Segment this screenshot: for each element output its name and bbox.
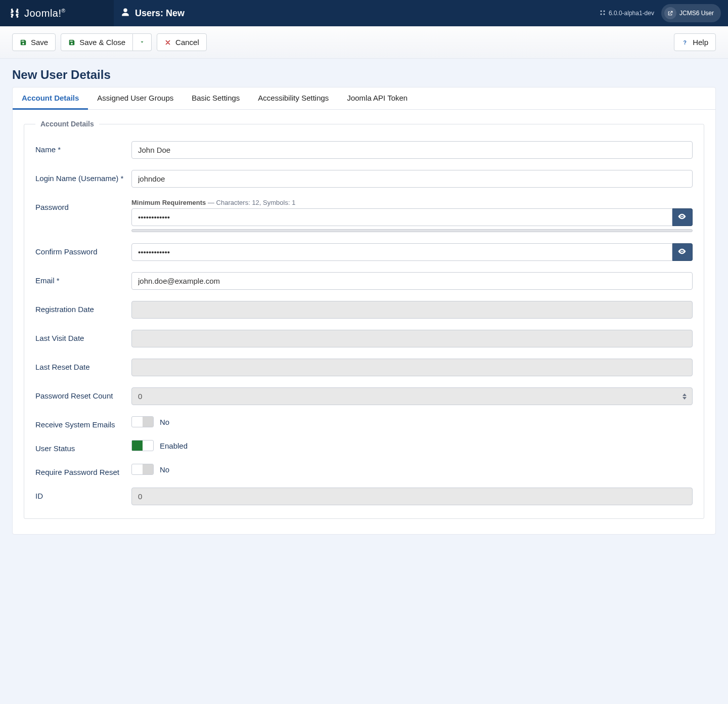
last-visit-date-input: [131, 330, 693, 347]
user-menu[interactable]: JCMS6 User: [661, 4, 721, 22]
eye-icon: [677, 247, 687, 258]
confirm-password-visibility-toggle[interactable]: [672, 243, 693, 261]
brand-text: Joomla!®: [24, 8, 65, 19]
last-reset-date-label: Last Reset Date: [35, 359, 131, 371]
tabs-panel: Account Details Assigned User Groups Bas…: [12, 87, 716, 535]
user-icon: [121, 8, 130, 19]
cancel-button[interactable]: Cancel: [157, 33, 207, 51]
tab-joomla-api-token[interactable]: Joomla API Token: [338, 87, 417, 109]
last-visit-date-label: Last Visit Date: [35, 330, 131, 342]
svg-point-3: [603, 13, 605, 15]
reset-count-input: [131, 387, 693, 405]
user-name: JCMS6 User: [679, 10, 714, 17]
confirm-password-label: Confirm Password: [35, 243, 131, 256]
svg-point-2: [600, 13, 602, 15]
id-input: [131, 488, 693, 505]
help-label: Help: [693, 38, 708, 47]
email-input[interactable]: [131, 272, 693, 290]
external-link-icon: [664, 7, 676, 19]
version-block[interactable]: 6.0.0-alpha1-dev: [600, 10, 654, 17]
top-header: Joomla!® Users: New 6.0.0-alpha1-dev JCM…: [0, 0, 728, 26]
save-close-group: Save & Close: [61, 33, 152, 51]
page-heading: New User Details: [12, 68, 716, 82]
header-right: 6.0.0-alpha1-dev JCMS6 User: [600, 4, 728, 22]
tabs-bar: Account Details Assigned User Groups Bas…: [13, 87, 715, 110]
id-label: ID: [35, 488, 131, 500]
user-status-value: Enabled: [160, 442, 188, 450]
help-icon: ?: [681, 39, 689, 46]
tab-basic-settings[interactable]: Basic Settings: [183, 87, 249, 109]
svg-text:?: ?: [684, 39, 687, 45]
save-dropdown-button[interactable]: [133, 33, 152, 51]
stepper-icon: [682, 393, 687, 400]
joomla-logo-icon: [9, 8, 20, 19]
name-label: Name *: [35, 141, 131, 154]
svg-point-1: [603, 10, 605, 12]
cancel-icon: [164, 39, 171, 46]
registration-date-label: Registration Date: [35, 301, 131, 314]
save-close-label: Save & Close: [79, 38, 125, 47]
confirm-password-input[interactable]: [131, 243, 672, 261]
cancel-label: Cancel: [175, 38, 199, 47]
version-text: 6.0.0-alpha1-dev: [609, 10, 654, 17]
tab-assigned-user-groups[interactable]: Assigned User Groups: [88, 87, 183, 109]
account-details-fieldset: Account Details Name * Login Name (Usern…: [24, 120, 704, 519]
require-reset-value: No: [160, 465, 169, 474]
user-status-toggle[interactable]: [131, 440, 154, 451]
last-reset-date-input: [131, 359, 693, 376]
content: New User Details Account Details Assigne…: [0, 59, 728, 550]
system-emails-label: Receive System Emails: [35, 416, 131, 429]
username-input[interactable]: [131, 170, 693, 188]
joomla-mini-icon: [600, 10, 606, 17]
help-button[interactable]: ? Help: [674, 33, 716, 51]
page-title-block: Users: New: [114, 8, 185, 19]
password-label: Password: [35, 199, 131, 211]
save-close-button[interactable]: Save & Close: [61, 33, 133, 51]
save-icon: [68, 39, 75, 46]
svg-point-0: [600, 10, 602, 12]
require-reset-toggle[interactable]: [131, 464, 154, 475]
username-label: Login Name (Username) *: [35, 170, 131, 183]
tab-accessibility-settings[interactable]: Accessibility Settings: [249, 87, 338, 109]
password-strength-meter: [131, 229, 693, 232]
password-input[interactable]: [131, 208, 672, 226]
fieldset-legend: Account Details: [35, 120, 99, 128]
password-requirements: Minimum Requirements — Characters: 12, S…: [131, 199, 693, 206]
save-button[interactable]: Save: [12, 33, 56, 51]
user-status-label: User Status: [35, 440, 131, 453]
reset-count-label: Password Reset Count: [35, 387, 131, 400]
registration-date-input: [131, 301, 693, 319]
brand-block[interactable]: Joomla!®: [0, 0, 114, 26]
page-title: Users: New: [135, 8, 185, 19]
email-label: Email *: [35, 272, 131, 285]
system-emails-value: No: [160, 418, 169, 426]
chevron-down-icon: [139, 38, 145, 47]
eye-icon: [677, 212, 687, 223]
tab-account-details[interactable]: Account Details: [13, 87, 88, 110]
require-reset-label: Require Password Reset: [35, 464, 131, 476]
password-visibility-toggle[interactable]: [672, 208, 693, 226]
panel-body: Account Details Name * Login Name (Usern…: [13, 110, 715, 534]
name-input[interactable]: [131, 141, 693, 159]
save-label: Save: [31, 38, 48, 47]
toolbar: Save Save & Close Cancel ? Help: [0, 26, 728, 59]
save-icon: [20, 39, 27, 46]
system-emails-toggle[interactable]: [131, 416, 154, 427]
